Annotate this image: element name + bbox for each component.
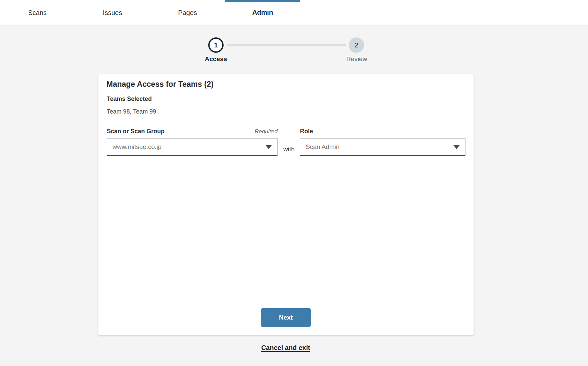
scan-select[interactable]: www.mitsue.co.jp [107, 138, 278, 156]
scan-select-value: www.mitsue.co.jp [112, 143, 263, 151]
step-1-label: Access [205, 55, 227, 63]
header-filler [300, 0, 588, 25]
tab-admin-label: Admin [252, 9, 273, 16]
step-1-number: 1 [214, 41, 218, 49]
role-field-label: Role [300, 128, 313, 135]
role-select-value: Scan Admin [306, 143, 451, 151]
role-field-label-row: Role [300, 128, 466, 135]
tab-issues[interactable]: Issues [75, 0, 150, 25]
teams-selected-label: Teams Selected [107, 96, 152, 103]
step-2-number: 2 [354, 41, 358, 49]
tab-admin[interactable]: Admin [225, 0, 300, 25]
scan-field-label: Scan or Scan Group [107, 128, 165, 135]
step-2-indicator: 2 [349, 37, 364, 53]
with-connector-text: with [278, 138, 300, 156]
tab-bar: Scans Issues Pages Admin [0, 0, 588, 25]
tab-scans-label: Scans [28, 9, 47, 17]
tab-issues-label: Issues [103, 9, 122, 17]
chevron-down-icon [265, 145, 272, 149]
scan-field-required-hint: Required [255, 128, 278, 135]
cancel-and-exit-link[interactable]: Cancel and exit [261, 344, 310, 352]
card-footer-divider [98, 300, 474, 300]
scan-field-label-row: Scan or Scan Group Required [107, 128, 278, 135]
chevron-down-icon [453, 145, 460, 149]
manage-access-card: Manage Access for Teams (2) Teams Select… [98, 74, 474, 335]
card-title: Manage Access for Teams (2) [106, 80, 214, 89]
step-2-label: Review [346, 55, 367, 63]
stepper-progress-line [227, 44, 346, 46]
tab-pages-label: Pages [178, 9, 197, 17]
tab-pages[interactable]: Pages [150, 0, 225, 25]
role-select[interactable]: Scan Admin [300, 138, 466, 156]
next-button[interactable]: Next [261, 308, 311, 327]
tab-scans[interactable]: Scans [0, 0, 75, 25]
step-1-indicator: 1 [208, 37, 224, 53]
teams-selected-value: Team 98, Team 99 [107, 108, 156, 115]
